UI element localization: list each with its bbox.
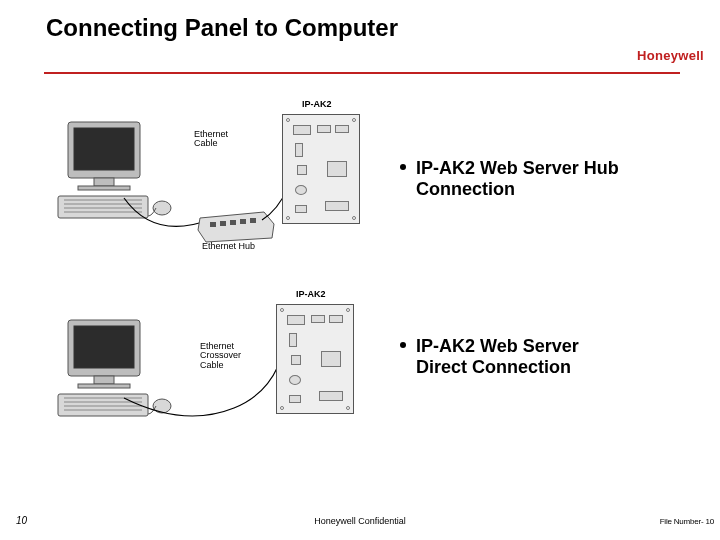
svg-rect-2: [94, 178, 114, 186]
bullet-text-line2: Direct Connection: [400, 357, 700, 378]
svg-rect-11: [210, 222, 216, 227]
brand-logo: Honeywell: [637, 48, 704, 63]
file-number-prefix: File Number-: [660, 517, 706, 526]
diagram-direct-connection: Ethernet Crossover Cable IP-AK2: [54, 298, 374, 458]
panel-label: IP-AK2: [302, 100, 332, 109]
bullet-hub-connection: IP-AK2 Web Server Hub Connection: [400, 158, 700, 199]
cable-label: Ethernet Cable: [194, 130, 228, 149]
file-number-value: 10: [706, 517, 715, 526]
bullet-text-line1: IP-AK2 Web Server Hub: [416, 158, 619, 178]
bullet-direct-connection: IP-AK2 Web Server Direct Connection: [400, 336, 700, 377]
bullet-text-line2: Connection: [400, 179, 700, 200]
page-title: Connecting Panel to Computer: [46, 14, 398, 42]
cable-label-line2: Cable: [194, 138, 218, 148]
svg-rect-18: [94, 376, 114, 384]
panel-device-icon: [282, 114, 360, 224]
panel-device-icon: [276, 304, 354, 414]
svg-rect-13: [230, 220, 236, 225]
panel-label: IP-AK2: [296, 290, 326, 299]
confidential-label: Honeywell Confidential: [0, 516, 720, 526]
title-rule: [44, 72, 680, 74]
svg-rect-14: [240, 219, 246, 224]
diagram-hub-connection: Ethernet Cable Ethernet Hub IP-AK2: [54, 100, 374, 260]
bullet-dot-icon: [400, 342, 406, 348]
slide: Connecting Panel to Computer Honeywell E…: [0, 0, 720, 540]
svg-rect-1: [74, 128, 134, 170]
bullet-dot-icon: [400, 164, 406, 170]
hub-label: Ethernet Hub: [202, 242, 255, 251]
file-number: File Number- 10: [660, 517, 714, 526]
bullet-text-line1: IP-AK2 Web Server: [416, 336, 579, 356]
svg-rect-12: [220, 221, 226, 226]
